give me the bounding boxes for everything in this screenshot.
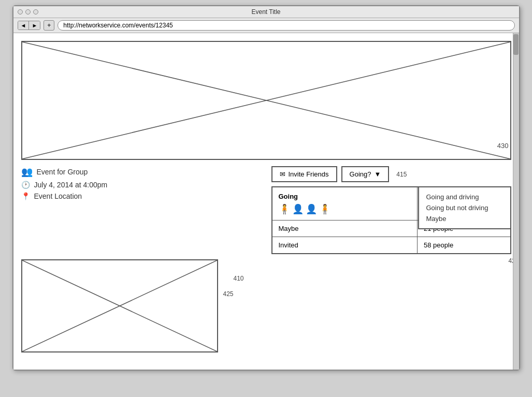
location-label: Event Location	[34, 192, 82, 200]
ref-415: 415	[396, 171, 407, 178]
close-button[interactable]	[18, 9, 23, 14]
group-icon: 👥	[21, 166, 33, 178]
browser-window: Event Title ◄ ► + 430	[12, 5, 520, 371]
group-label: Event for Group	[37, 168, 88, 176]
event-details: 👥 Event for Group 🕐 July 4, 2014 at 4:00…	[21, 166, 261, 203]
maybe-label-cell: Maybe	[272, 220, 418, 237]
invited-row: Invited 58 people	[272, 237, 511, 254]
avatar-1: 🧍	[279, 203, 290, 215]
going-not-driving-option[interactable]: Going but not driving	[426, 202, 503, 213]
address-bar[interactable]	[57, 20, 514, 31]
title-bar: Event Title	[13, 6, 519, 18]
ref-430: 430	[497, 142, 509, 150]
date-label: July 4, 2014 at 4:00pm	[34, 181, 108, 189]
page-content: 430 👥 Event for Group 🕐 July 4, 2014 at …	[13, 33, 519, 370]
scrollbar[interactable]	[513, 33, 519, 370]
date-line: 🕐 July 4, 2014 at 4:00pm	[21, 181, 261, 189]
scrollbar-thumb[interactable]	[513, 34, 519, 55]
location-icon: 📍	[21, 192, 30, 200]
avatar-4: 🧍	[319, 203, 330, 215]
back-button[interactable]: ◄	[18, 21, 30, 30]
ref-410: 410	[233, 275, 243, 282]
going-dropdown-cell: Going and driving Going but not driving …	[418, 187, 511, 220]
top-banner-image	[21, 41, 511, 160]
invited-count-cell: 58 people	[418, 237, 511, 254]
bottom-banner-image	[21, 259, 218, 352]
traffic-lights	[18, 9, 38, 14]
rsvp-area: Going 🧍 👤 👤 🧍	[271, 186, 511, 254]
going-dropdown-button[interactable]: Going? ▼	[341, 166, 390, 182]
location-line: 📍 Event Location	[21, 192, 261, 200]
maybe-option[interactable]: Maybe	[426, 213, 503, 224]
going-row: Going 🧍 👤 👤 🧍	[272, 187, 511, 220]
invited-label-cell: Invited	[272, 237, 418, 254]
toolbar: ◄ ► +	[13, 18, 519, 33]
avatar-3: 👤	[306, 203, 317, 215]
nav-buttons: ◄ ►	[18, 21, 41, 30]
action-buttons: ✉ Invite Friends Going? ▼ 415	[271, 166, 511, 182]
window-title: Event Title	[251, 8, 280, 16]
rsvp-dropdown-menu: Going and driving Going but not driving …	[418, 186, 511, 229]
minimize-button[interactable]	[25, 9, 31, 14]
invite-friends-button[interactable]: ✉ Invite Friends	[271, 166, 337, 182]
going-cell: Going 🧍 👤 👤 🧍	[272, 187, 418, 220]
mail-icon: ✉	[280, 170, 285, 178]
new-tab-button[interactable]: +	[44, 20, 54, 31]
going-driving-option[interactable]: Going and driving	[426, 192, 503, 202]
bottom-left: 410 425	[21, 259, 218, 352]
going-label: Going	[279, 193, 411, 200]
avatar-2: 👤	[292, 203, 304, 215]
bottom-section: 410 425	[21, 259, 511, 352]
clock-icon: 🕐	[21, 181, 30, 189]
going-avatars: 🧍 👤 👤 🧍	[279, 203, 411, 215]
dropdown-arrow-icon: ▼	[374, 170, 381, 178]
forward-button[interactable]: ►	[29, 21, 40, 30]
ref-425: 425	[223, 290, 233, 298]
rsvp-table: Going 🧍 👤 👤 🧍	[271, 186, 511, 254]
event-info-row: 👥 Event for Group 🕐 July 4, 2014 at 4:00…	[21, 166, 511, 254]
group-line: 👥 Event for Group	[21, 166, 261, 178]
maximize-button[interactable]	[33, 9, 38, 14]
